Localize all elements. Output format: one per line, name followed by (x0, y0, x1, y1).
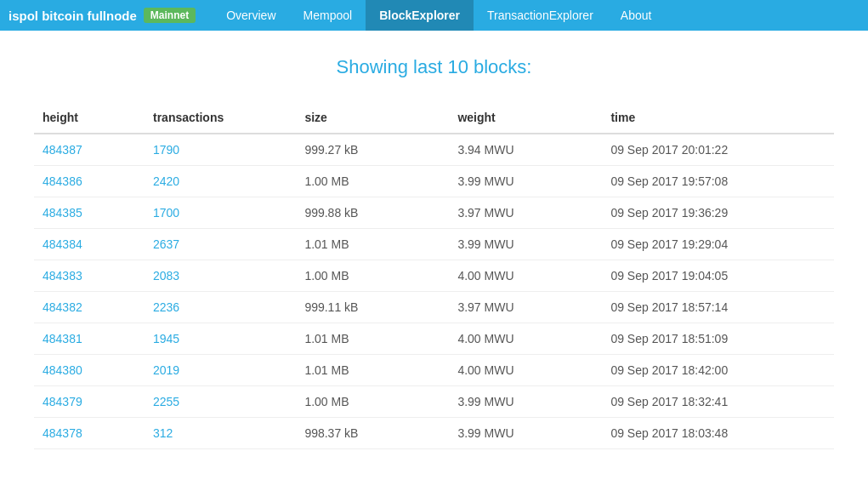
cell-size: 999.27 kB (296, 134, 449, 166)
cell-size: 1.00 MB (296, 260, 449, 292)
nav-links: OverviewMempoolBlockExplorerTransactionE… (213, 0, 665, 31)
cell-size: 1.01 MB (296, 355, 449, 386)
cell-weight: 3.94 MWU (449, 134, 602, 166)
cell-height[interactable]: 484386 (34, 166, 145, 197)
cell-time: 09 Sep 2017 19:36:29 (602, 197, 834, 229)
cell-height[interactable]: 484382 (34, 292, 145, 323)
cell-transactions[interactable]: 2019 (145, 355, 296, 386)
cell-time: 09 Sep 2017 19:04:05 (602, 260, 834, 292)
nav-item-about[interactable]: About (607, 0, 666, 31)
cell-height[interactable]: 484385 (34, 197, 145, 229)
nav-link-about[interactable]: About (607, 0, 666, 31)
cell-size: 1.00 MB (296, 166, 449, 197)
cell-time: 09 Sep 2017 18:42:00 (602, 355, 834, 386)
cell-transactions[interactable]: 1790 (145, 134, 296, 166)
navbar: ispol bitcoin fullnode Mainnet OverviewM… (0, 0, 868, 31)
nav-item-transactionexplorer[interactable]: TransactionExplorer (474, 0, 607, 31)
cell-height[interactable]: 484379 (34, 386, 145, 418)
cell-transactions[interactable]: 312 (145, 418, 296, 449)
table-header-row: heighttransactionssizeweighttime (34, 104, 834, 134)
cell-weight: 4.00 MWU (449, 260, 602, 292)
cell-time: 09 Sep 2017 19:57:08 (602, 166, 834, 197)
table-row: 4843822236999.11 kB3.97 MWU09 Sep 2017 1… (34, 292, 834, 323)
table-row: 484378312998.37 kB3.99 MWU09 Sep 2017 18… (34, 418, 834, 449)
cell-weight: 3.99 MWU (449, 386, 602, 418)
nav-link-blockexplorer[interactable]: BlockExplorer (366, 0, 474, 31)
cell-transactions[interactable]: 1945 (145, 323, 296, 355)
cell-size: 1.00 MB (296, 386, 449, 418)
cell-transactions[interactable]: 2236 (145, 292, 296, 323)
cell-time: 09 Sep 2017 19:29:04 (602, 229, 834, 260)
col-header-time: time (602, 104, 834, 134)
nav-item-mempool[interactable]: Mempool (290, 0, 366, 31)
cell-transactions[interactable]: 2420 (145, 166, 296, 197)
cell-transactions[interactable]: 2255 (145, 386, 296, 418)
cell-weight: 3.97 MWU (449, 197, 602, 229)
col-header-transactions: transactions (145, 104, 296, 134)
cell-height[interactable]: 484380 (34, 355, 145, 386)
cell-height[interactable]: 484381 (34, 323, 145, 355)
main-content: Showing last 10 blocks: heighttransactio… (0, 31, 868, 475)
table-header: heighttransactionssizeweighttime (34, 104, 834, 134)
cell-time: 09 Sep 2017 20:01:22 (602, 134, 834, 166)
cell-height[interactable]: 484387 (34, 134, 145, 166)
nav-link-overview[interactable]: Overview (213, 0, 289, 31)
cell-height[interactable]: 484384 (34, 229, 145, 260)
table-row: 48438119451.01 MB4.00 MWU09 Sep 2017 18:… (34, 323, 834, 355)
nav-link-transactionexplorer[interactable]: TransactionExplorer (474, 0, 607, 31)
nav-link-mempool[interactable]: Mempool (290, 0, 366, 31)
cell-transactions[interactable]: 2637 (145, 229, 296, 260)
nav-brand: ispol bitcoin fullnode (9, 9, 137, 23)
cell-weight: 3.99 MWU (449, 418, 602, 449)
table-row: 4843851700999.88 kB3.97 MWU09 Sep 2017 1… (34, 197, 834, 229)
cell-transactions[interactable]: 1700 (145, 197, 296, 229)
table-row: 48438320831.00 MB4.00 MWU09 Sep 2017 19:… (34, 260, 834, 292)
nav-item-blockexplorer[interactable]: BlockExplorer (366, 0, 474, 31)
table-row: 4843871790999.27 kB3.94 MWU09 Sep 2017 2… (34, 134, 834, 166)
cell-time: 09 Sep 2017 18:57:14 (602, 292, 834, 323)
table-row: 48437922551.00 MB3.99 MWU09 Sep 2017 18:… (34, 386, 834, 418)
cell-size: 1.01 MB (296, 229, 449, 260)
page-title: Showing last 10 blocks: (34, 56, 834, 78)
cell-height[interactable]: 484383 (34, 260, 145, 292)
cell-weight: 3.99 MWU (449, 166, 602, 197)
table-row: 48438624201.00 MB3.99 MWU09 Sep 2017 19:… (34, 166, 834, 197)
cell-height[interactable]: 484378 (34, 418, 145, 449)
cell-weight: 4.00 MWU (449, 323, 602, 355)
cell-weight: 4.00 MWU (449, 355, 602, 386)
cell-transactions[interactable]: 2083 (145, 260, 296, 292)
cell-time: 09 Sep 2017 18:51:09 (602, 323, 834, 355)
cell-time: 09 Sep 2017 18:32:41 (602, 386, 834, 418)
nav-network-badge: Mainnet (144, 8, 196, 23)
cell-weight: 3.99 MWU (449, 229, 602, 260)
table-row: 48438426371.01 MB3.99 MWU09 Sep 2017 19:… (34, 229, 834, 260)
table-body: 4843871790999.27 kB3.94 MWU09 Sep 2017 2… (34, 134, 834, 449)
table-row: 48438020191.01 MB4.00 MWU09 Sep 2017 18:… (34, 355, 834, 386)
col-header-weight: weight (449, 104, 602, 134)
cell-time: 09 Sep 2017 18:03:48 (602, 418, 834, 449)
cell-weight: 3.97 MWU (449, 292, 602, 323)
cell-size: 999.11 kB (296, 292, 449, 323)
nav-item-overview[interactable]: Overview (213, 0, 289, 31)
cell-size: 998.37 kB (296, 418, 449, 449)
cell-size: 999.88 kB (296, 197, 449, 229)
col-header-height: height (34, 104, 145, 134)
blocks-table: heighttransactionssizeweighttime 4843871… (34, 104, 834, 449)
cell-size: 1.01 MB (296, 323, 449, 355)
col-header-size: size (296, 104, 449, 134)
